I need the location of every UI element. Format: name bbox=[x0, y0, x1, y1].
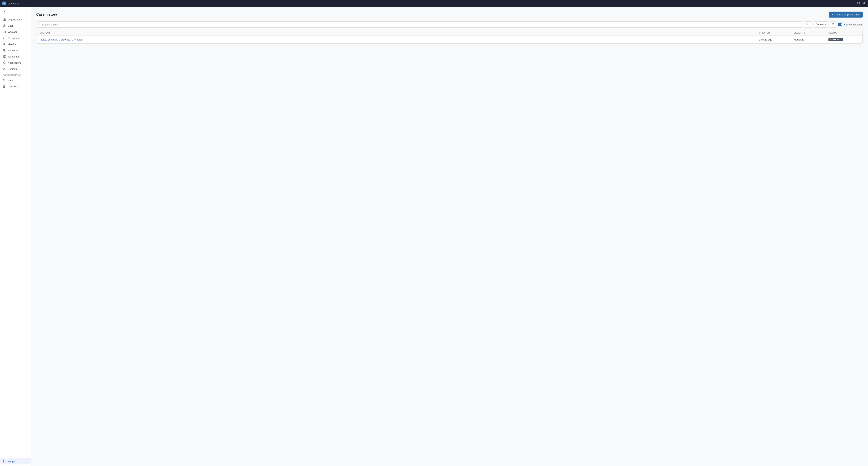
svg-rect-7 bbox=[5, 19, 5, 21]
page-title: Case history bbox=[36, 12, 57, 17]
content-area: Case history + Create a Support Case Sor… bbox=[31, 7, 868, 466]
sidebar-item-label: Workloads bbox=[8, 55, 20, 58]
case-created: 3 years ago bbox=[759, 38, 794, 41]
sidebar-item-support[interactable]: Support bbox=[0, 458, 31, 464]
grid-icon[interactable] bbox=[857, 2, 860, 5]
networks-icon bbox=[3, 49, 6, 52]
notifications-icon bbox=[3, 61, 6, 64]
sort-by-value: Created bbox=[816, 23, 824, 26]
show-resolved-label: Show resolved bbox=[846, 23, 863, 26]
col-header-created: CREATED bbox=[759, 32, 794, 34]
col-header-severity: SEVERITY bbox=[794, 32, 829, 34]
svg-rect-2 bbox=[858, 3, 858, 4]
sidebar-back-button[interactable] bbox=[0, 7, 31, 15]
sidebar-item-label: Notifications bbox=[8, 61, 22, 64]
docs-section-label: DOCUMENTATION bbox=[0, 72, 31, 77]
svg-rect-0 bbox=[858, 2, 858, 3]
create-support-case-button[interactable]: + Create a Support Case bbox=[829, 11, 863, 18]
sidebar-item-label: Organization bbox=[8, 18, 22, 21]
svg-point-27 bbox=[39, 23, 40, 25]
col-header-subject: SUBJECT bbox=[39, 32, 759, 34]
sidebar-item-api-docs[interactable]: API Docs bbox=[0, 83, 31, 90]
sort-order-icon bbox=[832, 23, 834, 26]
case-subject: Please configure Corporate ID Provider bbox=[39, 38, 759, 41]
search-input[interactable] bbox=[42, 23, 800, 26]
cases-table: SUBJECT CREATED SEVERITY STATUS Please c… bbox=[36, 30, 863, 43]
sidebar-item-label: Support bbox=[8, 460, 17, 463]
svg-rect-16 bbox=[3, 57, 4, 58]
app-identity: S stax-demo bbox=[2, 2, 20, 5]
sidebar-item-wastage[interactable]: Wastage bbox=[0, 29, 31, 35]
sidebar-item-label: Identity bbox=[8, 43, 16, 46]
workloads-icon bbox=[3, 55, 6, 58]
api-docs-icon bbox=[3, 85, 6, 88]
search-icon bbox=[38, 23, 41, 26]
svg-rect-14 bbox=[3, 55, 4, 56]
sidebar-item-notifications[interactable]: Notifications bbox=[0, 60, 31, 66]
main-layout: Organization Cost bbox=[0, 7, 868, 466]
sidebar-item-identity[interactable]: Identity bbox=[0, 41, 31, 47]
toolbar: Sort Created bbox=[36, 22, 863, 28]
sort-button[interactable]: Sort bbox=[804, 22, 812, 28]
table-row[interactable]: Please configure Corporate ID Provider 3… bbox=[36, 36, 862, 43]
app-name: stax-demo bbox=[8, 2, 20, 5]
page-header: Case history + Create a Support Case bbox=[36, 11, 863, 18]
sort-by-dropdown[interactable]: Created bbox=[814, 22, 829, 28]
identity-icon bbox=[3, 43, 6, 46]
compliance-icon bbox=[3, 36, 6, 39]
sidebar: Organization Cost bbox=[0, 7, 31, 466]
sidebar-item-label: Settings bbox=[8, 67, 17, 70]
sidebar-item-label: API Docs bbox=[8, 85, 18, 88]
app-logo: S bbox=[2, 2, 6, 5]
help-icon bbox=[3, 79, 6, 82]
svg-point-4 bbox=[864, 2, 865, 3]
sidebar-item-label: Compliance bbox=[8, 37, 21, 39]
sidebar-item-label: Cost bbox=[8, 24, 13, 27]
sidebar-nav: Organization Cost bbox=[0, 15, 31, 457]
svg-rect-17 bbox=[4, 57, 5, 58]
svg-rect-3 bbox=[859, 3, 860, 4]
show-resolved-toggle[interactable] bbox=[838, 23, 845, 26]
top-bar-actions bbox=[857, 2, 866, 5]
toggle-knob bbox=[841, 23, 844, 26]
search-box[interactable] bbox=[36, 22, 802, 28]
svg-rect-1 bbox=[859, 2, 860, 3]
sidebar-item-networks[interactable]: Networks bbox=[0, 47, 31, 54]
chevron-down-icon bbox=[825, 23, 827, 26]
case-severity: Moderate bbox=[794, 38, 829, 41]
table-header: SUBJECT CREATED SEVERITY STATUS bbox=[36, 30, 862, 36]
sidebar-item-cost[interactable]: Cost bbox=[0, 23, 31, 29]
svg-point-10 bbox=[4, 43, 5, 44]
svg-point-18 bbox=[4, 68, 5, 69]
user-icon[interactable] bbox=[863, 2, 866, 5]
organization-icon bbox=[3, 18, 6, 21]
sort-label: Sort bbox=[806, 23, 810, 26]
sidebar-item-organization[interactable]: Organization bbox=[0, 17, 31, 23]
svg-rect-15 bbox=[4, 55, 5, 56]
wastage-icon bbox=[3, 30, 6, 33]
svg-line-28 bbox=[40, 25, 41, 26]
sidebar-item-compliance[interactable]: Compliance bbox=[0, 35, 31, 41]
sidebar-item-label: Help bbox=[8, 79, 13, 82]
show-resolved-section: Show resolved bbox=[838, 23, 863, 26]
sidebar-item-help[interactable]: Help bbox=[0, 77, 31, 83]
sidebar-item-workloads[interactable]: Workloads bbox=[0, 54, 31, 60]
sort-order-button[interactable] bbox=[830, 22, 836, 28]
sidebar-bottom: Support bbox=[0, 457, 31, 466]
top-bar: S stax-demo bbox=[0, 0, 868, 7]
support-icon bbox=[3, 460, 6, 463]
sidebar-item-settings[interactable]: Settings bbox=[0, 66, 31, 72]
sidebar-item-label: Networks bbox=[8, 49, 18, 52]
settings-icon bbox=[3, 67, 6, 70]
sidebar-item-label: Wastage bbox=[8, 30, 18, 33]
col-header-status: STATUS bbox=[829, 32, 859, 34]
status-badge: RESOLVED bbox=[829, 38, 843, 41]
case-status: RESOLVED bbox=[829, 38, 859, 41]
cost-icon bbox=[3, 24, 6, 27]
